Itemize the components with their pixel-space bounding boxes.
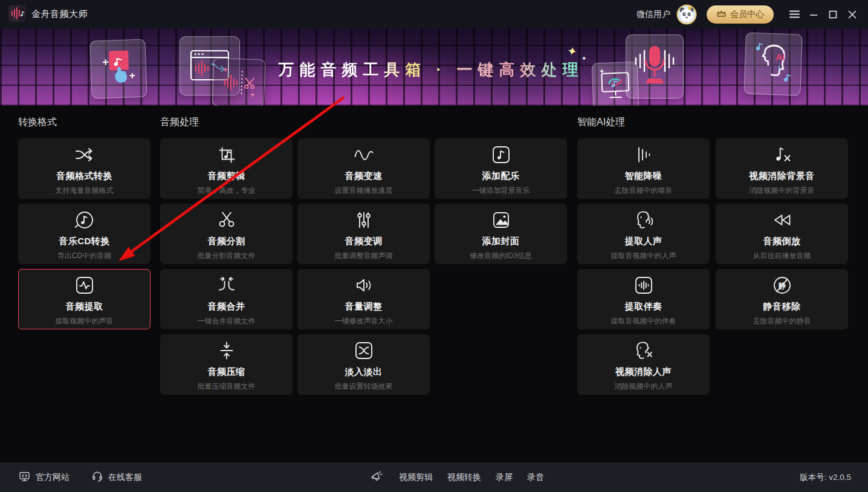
sparkle-icon: ✦ xyxy=(566,44,578,60)
tool-link-audio-record[interactable]: 录音 xyxy=(527,472,544,483)
app-logo-icon xyxy=(8,5,25,24)
support-icon xyxy=(91,470,103,484)
card-subtitle: 去除音频中的噪音 xyxy=(615,186,673,196)
vip-center-label: 会员中心 xyxy=(730,9,764,20)
banner-art-wave-cut-card xyxy=(212,58,266,106)
card-subtitle: 从后往前播放音频 xyxy=(753,251,811,261)
section-title: 音频处理 xyxy=(160,116,567,128)
version-label: 版本号: v2.0.5 xyxy=(800,462,851,492)
card-denoise[interactable]: 智能降噪去除音频中的噪音 xyxy=(577,138,710,199)
card-audio-split[interactable]: 音频分割批量分割音频文件 xyxy=(160,204,293,264)
card-subtitle: 批量分割音频文件 xyxy=(198,251,256,261)
card-title: 智能降噪 xyxy=(625,170,662,182)
official-website-link[interactable]: 官方网站 xyxy=(18,470,70,484)
card-title: 音频分割 xyxy=(208,236,245,247)
card-format-convert[interactable]: 音频格式转换支持海量音频格式 xyxy=(18,138,151,199)
card-audio-reverse[interactable]: 音频倒放从后往前播放音频 xyxy=(716,204,848,264)
card-extract-vocal[interactable]: 提取人声提取音视频中的人声 xyxy=(577,204,710,264)
card-audio-cut[interactable]: 音频剪辑简单，高效，专业 xyxy=(160,138,293,199)
tool-link-video-edit[interactable]: 视频剪辑 xyxy=(399,472,433,483)
card-add-cover[interactable]: 添加封面修改音频的ID3信息 xyxy=(435,204,567,264)
tool-link-video-convert[interactable]: 视频转换 xyxy=(447,472,481,483)
card-title: 音频合并 xyxy=(208,301,245,312)
card-add-music[interactable]: 添加配乐一键添加背景音乐 xyxy=(435,138,567,199)
add-cover-icon xyxy=(489,208,513,232)
sparkle-icon: ✦ xyxy=(581,55,586,62)
card-title: 音乐CD转换 xyxy=(59,236,110,247)
audio-extract-icon xyxy=(73,273,97,297)
card-music-cd[interactable]: 音乐CD转换导出CD中的音频 xyxy=(18,204,151,264)
card-grid: 音频格式转换支持海量音频格式音乐CD转换导出CD中的音频音频提取提取视频中的声音 xyxy=(18,138,151,329)
card-title: 音量调整 xyxy=(345,301,383,312)
card-subtitle: 批量调整音频声调 xyxy=(335,251,393,261)
vip-center-button[interactable]: 会员中心 xyxy=(707,5,774,24)
card-title: 提取伴奏 xyxy=(625,301,662,312)
denoise-icon xyxy=(632,143,656,167)
card-video-remove-vocal[interactable]: 视频消除人声消除视频中的人声 xyxy=(577,334,710,395)
card-grid: 音频剪辑简单，高效，专业音频变速设置音频播放速度添加配乐一键添加背景音乐音频分割… xyxy=(160,138,567,395)
tool-link-screen-record[interactable]: 录屏 xyxy=(496,472,513,483)
card-subtitle: 修改音频的ID3信息 xyxy=(470,251,532,261)
card-subtitle: 提取音视频中的人声 xyxy=(611,251,676,261)
volume-adjust-icon xyxy=(352,273,376,297)
section-ai-processing: 智能AI处理 智能降噪去除音频中的噪音视频消除背景音消除视频中的背景音提取人声提… xyxy=(577,116,848,395)
card-title: 音频剪辑 xyxy=(208,170,245,182)
card-fade[interactable]: 淡入淡出批量设置转场效果 xyxy=(297,334,430,395)
app-title: 金舟音频大师 xyxy=(31,8,88,20)
card-title: 添加配乐 xyxy=(482,170,520,182)
card-extract-accompaniment[interactable]: 提取伴奏提取音视频中的伴奏 xyxy=(577,269,710,329)
audio-speed-icon xyxy=(352,143,376,167)
official-website-label: 官方网站 xyxy=(36,472,70,483)
card-subtitle: 消除视频中的背景音 xyxy=(750,186,815,196)
card-silence-remove[interactable]: 静静音移除去除音频中的静音 xyxy=(716,269,848,329)
card-title: 视频消除背景音 xyxy=(749,170,815,182)
minimize-icon[interactable] xyxy=(804,5,823,24)
card-title: 音频压缩 xyxy=(208,366,245,378)
card-audio-compress[interactable]: 音频压缩批量压缩音频文件 xyxy=(160,334,293,395)
card-subtitle: 一键合并音频文件 xyxy=(198,316,256,326)
audio-split-icon xyxy=(215,208,239,232)
section-title: 转换格式 xyxy=(18,116,151,128)
card-subtitle: 批量压缩音频文件 xyxy=(198,381,256,392)
card-audio-extract[interactable]: 音频提取提取视频中的声音 xyxy=(18,269,151,329)
banner-art-click-music-card xyxy=(89,39,147,99)
megaphone-icon xyxy=(370,470,384,485)
card-title: 静音移除 xyxy=(763,301,801,312)
card-volume-adjust[interactable]: 音量调整一键修改声音大小 xyxy=(297,269,430,329)
card-subtitle: 去除音频中的静音 xyxy=(753,316,811,326)
footer: 官方网站 在线客服 xyxy=(0,462,868,492)
audio-reverse-icon xyxy=(770,208,794,232)
card-subtitle: 设置音频播放速度 xyxy=(335,186,393,196)
format-convert-icon xyxy=(73,143,97,167)
card-subtitle: 一键修改声音大小 xyxy=(335,316,393,326)
online-support-link[interactable]: 在线客服 xyxy=(91,470,142,484)
card-audio-speed[interactable]: 音频变速设置音频播放速度 xyxy=(297,138,430,199)
section-convert-format: 转换格式 音频格式转换支持海量音频格式音乐CD转换导出CD中的音频音频提取提取视… xyxy=(18,116,151,329)
fade-icon xyxy=(352,338,376,363)
card-title: 视频消除人声 xyxy=(615,366,672,378)
card-audio-pitch[interactable]: 音频变调批量调整音频声调 xyxy=(297,204,430,264)
audio-cut-icon xyxy=(215,143,239,167)
website-icon xyxy=(18,470,31,484)
titlebar: 金舟音频大师 微信用户 会员中心 xyxy=(0,0,868,28)
music-cd-icon xyxy=(73,208,97,232)
close-icon[interactable] xyxy=(843,5,862,24)
section-audio-processing: 音频处理 音频剪辑简单，高效，专业音频变速设置音频播放速度添加配乐一键添加背景音… xyxy=(160,116,567,395)
audio-merge-icon xyxy=(215,273,239,297)
card-title: 音频提取 xyxy=(66,301,103,312)
card-grid: 智能降噪去除音频中的噪音视频消除背景音消除视频中的背景音提取人声提取音视频中的人… xyxy=(577,138,848,395)
menu-icon[interactable] xyxy=(785,5,804,24)
card-title: 音频变速 xyxy=(345,170,383,182)
section-title: 智能AI处理 xyxy=(577,116,848,128)
card-video-remove-bgm[interactable]: 视频消除背景音消除视频中的背景音 xyxy=(716,138,848,199)
video-remove-vocal-icon xyxy=(632,338,656,363)
card-title: 淡入淡出 xyxy=(345,366,383,378)
card-subtitle: 批量设置转场效果 xyxy=(335,381,393,392)
card-subtitle: 提取视频中的声音 xyxy=(56,316,114,326)
panda-avatar[interactable] xyxy=(676,4,697,25)
svg-text:AI: AI xyxy=(776,51,785,62)
maximize-icon[interactable] xyxy=(823,5,843,24)
card-subtitle: 简单，高效，专业 xyxy=(198,186,256,196)
card-audio-merge[interactable]: 音频合并一键合并音频文件 xyxy=(160,269,293,329)
add-music-icon xyxy=(489,143,513,167)
